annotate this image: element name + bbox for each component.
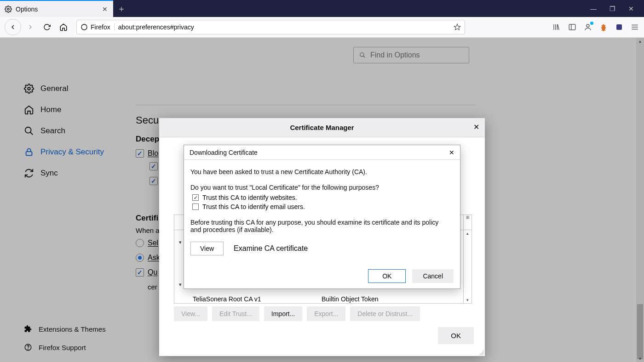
certmgr-title: Certificate Manager [290, 124, 354, 131]
close-icon[interactable]: ✕ [101, 6, 109, 13]
dlg-intro: You have been asked to trust a new Certi… [190, 168, 454, 175]
chevron-down-icon[interactable]: ▾ [179, 282, 182, 288]
resize-handle[interactable] [479, 351, 484, 355]
dlg-title: Downloading Certificate [190, 149, 258, 156]
certmgr-header: Certificate Manager ✕ [159, 118, 485, 137]
url-text: about:preferences#privacy [118, 23, 450, 31]
trust-websites-row: Trust this CA to identify websites. [192, 194, 454, 201]
trust-email-row: Trust this CA to identify email users. [192, 203, 454, 210]
dlg-footer: OK Cancel [368, 269, 454, 283]
window-controls: — ❐ ✕ [590, 0, 644, 17]
close-icon[interactable]: ✕ [473, 123, 479, 131]
sidebar-icon[interactable] [568, 23, 577, 32]
content: Find in Options General Home Search Priv… [0, 38, 644, 362]
maximize-icon[interactable]: ❐ [610, 5, 615, 12]
trust-websites-label: Trust this CA to identify websites. [202, 194, 297, 201]
delete-distrust-button[interactable]: Delete or Distrust... [350, 306, 420, 321]
svg-rect-6 [616, 24, 622, 30]
svg-rect-3 [569, 24, 575, 30]
trust-websites-checkbox[interactable] [192, 194, 199, 201]
dlg-question: Do you want to trust "Local Certificate"… [190, 184, 454, 191]
menu-icon[interactable] [630, 23, 639, 32]
forward-button[interactable] [23, 20, 38, 34]
scroll-up-icon[interactable]: ▴ [466, 231, 469, 236]
browser-tab[interactable]: Options ✕ [0, 0, 113, 17]
dlg-body: You have been asked to trust a new Certi… [184, 160, 460, 260]
scroll-down-icon[interactable]: ▾ [466, 298, 469, 302]
examine-label: Examine CA certificate [234, 244, 308, 253]
identity-box[interactable]: Firefox [80, 23, 115, 31]
gear-icon [5, 6, 12, 13]
view-button[interactable]: View... [174, 306, 207, 321]
svg-marker-2 [454, 24, 460, 30]
chevron-down-icon[interactable]: ▾ [179, 239, 182, 245]
back-button[interactable] [5, 19, 21, 35]
cancel-button[interactable]: Cancel [412, 269, 454, 283]
account-icon[interactable] [583, 23, 592, 32]
extension-icon-1[interactable] [599, 23, 608, 32]
edit-trust-button[interactable]: Edit Trust... [212, 306, 259, 321]
dlg-advice: Before trusting this CA for any purpose,… [190, 219, 441, 233]
firefox-icon [80, 23, 88, 31]
certmgr-buttons: View... Edit Trust... Import... Export..… [174, 306, 420, 321]
svg-point-0 [7, 8, 9, 10]
export-button[interactable]: Export... [307, 306, 345, 321]
close-window-icon[interactable]: ✕ [628, 5, 634, 12]
home-button[interactable] [56, 20, 71, 34]
extension-icon-2[interactable] [615, 23, 624, 32]
close-icon[interactable]: ✕ [449, 149, 454, 156]
dlg-header: Downloading Certificate ✕ [184, 145, 460, 160]
identity-label: Firefox [91, 23, 110, 31]
new-tab-button[interactable]: ＋ [113, 0, 130, 17]
library-icon[interactable] [552, 23, 561, 32]
bookmark-star-icon[interactable] [454, 23, 461, 31]
ok-button[interactable]: OK [368, 269, 406, 283]
titlebar: Options ✕ ＋ — ❐ ✕ [0, 0, 644, 17]
minimize-icon[interactable]: — [590, 5, 597, 12]
url-bar[interactable]: Firefox about:preferences#privacy [76, 20, 465, 34]
view-row: View Examine CA certificate [190, 242, 454, 255]
trust-email-checkbox[interactable] [192, 204, 199, 210]
table-scrollbar[interactable]: ▴▾ [463, 230, 472, 303]
tab-label: Options [16, 6, 98, 13]
cert-token: Builtin Object Token [322, 295, 378, 303]
downloading-certificate-dialog: Downloading Certificate ✕ You have been … [184, 145, 460, 289]
cert-name: TeliaSonera Root CA v1 [193, 295, 261, 303]
import-button[interactable]: Import... [264, 306, 302, 321]
svg-point-5 [586, 24, 589, 27]
reload-button[interactable] [40, 20, 54, 34]
columns-icon[interactable]: ⊞ [466, 215, 470, 220]
trust-email-label: Trust this CA to identify email users. [202, 203, 305, 210]
certmgr-ok-button[interactable]: OK [438, 327, 474, 344]
view-button[interactable]: View [190, 242, 224, 255]
navbar: Firefox about:preferences#privacy [0, 17, 644, 38]
toolbar-right [552, 23, 639, 32]
svg-point-1 [81, 24, 87, 30]
